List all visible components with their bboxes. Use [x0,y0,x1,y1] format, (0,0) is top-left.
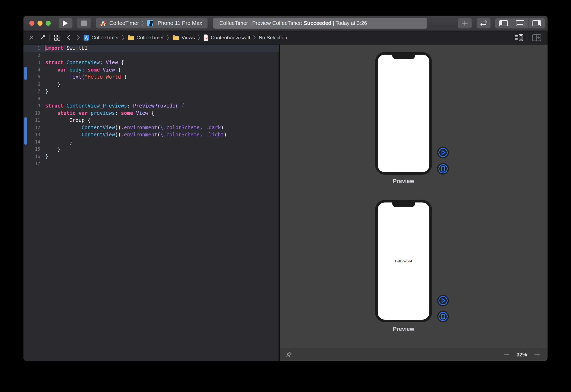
scheme-selector[interactable]: CoffeeTimer 〉 iPhone 11 Pro Max [96,18,208,28]
preview-label-1: Preview [375,178,432,184]
editor-area: 1import SwiftUI23struct ContentView: Vie… [23,44,548,361]
toggle-navigator-button[interactable] [495,18,512,28]
editor-swap-button[interactable] [477,18,491,28]
breadcrumb-separator [122,35,124,40]
device-preview-2[interactable]: Hello World [375,200,432,322]
code-line[interactable]: 5 Text("Hello World") [23,73,279,81]
text-cursor [45,45,45,51]
code-line[interactable]: 8 [23,95,279,102]
activity-viewer[interactable]: CoffeeTimer | Preview CoffeeTimer: Succe… [213,18,427,29]
jumpbar-divider [49,34,50,41]
zoom-out-button[interactable] [504,352,510,357]
run-button[interactable] [59,18,73,28]
preview-on-device-button-1[interactable] [437,163,449,175]
related-items-button[interactable] [54,34,60,41]
code-line[interactable]: 2 [23,52,279,59]
right-panel-icon [532,20,541,26]
phone-screen-2[interactable]: Hello World [378,202,429,320]
scheme-chevron: 〉 [142,20,144,26]
forward-button[interactable] [76,35,80,41]
folder-icon [127,35,135,41]
line-number: 3 [23,59,40,66]
toggle-debug-area-button[interactable] [512,18,528,28]
source-editor[interactable]: 1import SwiftUI23struct ContentView: Vie… [23,44,279,361]
preview-screen-text-2: Hello World [395,259,412,263]
swift-file-icon [203,34,209,41]
editor-options-icon [514,34,524,41]
code-line[interactable]: 6 } [23,81,279,88]
breadcrumb-item-group[interactable]: CoffeeTimer [127,35,164,41]
breadcrumb-separator [198,35,200,40]
library-button[interactable] [458,18,472,28]
breadcrumb-item-views[interactable]: Views [172,35,195,41]
bottom-panel-icon [516,20,525,26]
minimize-window-button[interactable] [37,21,43,26]
zoom-window-button[interactable] [46,21,51,26]
notch [392,202,415,207]
live-preview-play-icon [437,147,449,158]
notch [392,55,415,59]
close-window-button[interactable] [29,21,34,26]
line-number: 16 [23,153,40,160]
jumpbar-divider [528,34,528,41]
line-number: 17 [23,160,40,167]
jump-bar: CoffeeTimer CoffeeTimer Views [23,31,548,44]
code-line[interactable]: 14 } [23,139,279,146]
plus-icon [462,20,468,26]
code-line[interactable]: 11 Group { [23,117,279,124]
line-number: 13 [23,131,40,139]
preview-on-device-button-2[interactable] [437,311,449,322]
shrink-editor-button[interactable] [39,35,45,41]
scheme-device-label: iPhone 11 Pro Max [156,20,202,26]
code-text: Text("Hello World") [45,73,127,81]
code-line[interactable]: 9struct ContentView_Previews: PreviewPro… [23,102,279,110]
toolbar-right-buttons [458,18,545,28]
device-icon [437,311,449,322]
device-preview-1[interactable] [375,52,432,175]
code-text: ContentView().environment(\.colorScheme,… [45,124,224,131]
simulator-icon [147,19,154,27]
breadcrumb-item-project[interactable]: CoffeeTimer [83,35,119,41]
close-editor-button[interactable] [29,35,34,40]
breadcrumb-item-selection[interactable]: No Selection [259,35,287,41]
stop-button[interactable] [77,18,91,28]
editor-options-button[interactable] [514,34,524,41]
pin-preview-button[interactable] [285,350,293,359]
code-lines: 1import SwiftUI23struct ContentView: Vie… [23,44,279,167]
live-preview-button-2[interactable] [437,295,449,307]
breadcrumb-separator [167,35,169,40]
code-line[interactable]: 15 } [23,146,279,153]
back-button[interactable] [67,35,71,41]
code-line[interactable]: 16} [23,153,279,160]
code-text: } [45,88,48,95]
play-icon [63,20,68,26]
code-line[interactable]: 13 ContentView().environment(\.colorSche… [23,131,279,139]
zoom-controls: 32% [504,352,540,358]
code-line[interactable]: 7} [23,88,279,95]
toggle-inspector-button[interactable] [528,18,545,28]
zoom-in-button[interactable] [534,352,540,358]
status-text: CoffeeTimer | Preview CoffeeTimer: Succe… [219,20,367,26]
chevron-left-icon [67,35,71,41]
code-line[interactable]: 10 static var previews: some View { [23,110,279,117]
code-line[interactable]: 3struct ContentView: View { [23,59,279,66]
live-preview-button-1[interactable] [437,147,449,158]
code-line[interactable]: 4 var body: some View { [23,66,279,74]
line-number: 10 [23,110,40,117]
code-line[interactable]: 12 ContentView().environment(\.colorSche… [23,124,279,131]
code-line[interactable]: 1import SwiftUI [23,44,279,52]
add-editor-button[interactable] [532,34,541,41]
split-editor-icon [532,34,541,41]
code-text: static var previews: some View { [45,110,154,117]
shrink-arrows-icon [39,35,45,41]
breadcrumb: CoffeeTimer CoffeeTimer Views [83,34,287,41]
zoom-level[interactable]: 32% [517,352,527,358]
panel-toggle-group [495,18,545,28]
line-number: 11 [23,117,40,124]
swap-arrows-icon [480,20,488,26]
code-text: import SwiftUI [45,44,88,52]
code-line[interactable]: 17 [23,160,279,167]
phone-screen-1[interactable] [378,55,429,172]
breadcrumb-item-file[interactable]: ContentView.swift [203,34,250,41]
line-number: 2 [23,52,40,59]
